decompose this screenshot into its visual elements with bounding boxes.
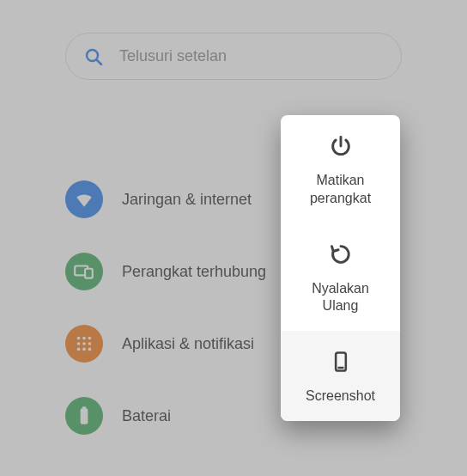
- power-menu-label: Matikan perangkat: [310, 172, 371, 208]
- power-menu: Matikan perangkat Nyalakan Ulang Screens…: [281, 115, 400, 421]
- screenshot-icon: [329, 350, 353, 374]
- power-menu-power-off[interactable]: Matikan perangkat: [281, 115, 400, 223]
- restart-icon: [329, 242, 353, 266]
- power-menu-label: Screenshot: [306, 388, 375, 406]
- power-menu-screenshot[interactable]: Screenshot: [281, 331, 400, 421]
- power-menu-label: Nyalakan Ulang: [312, 280, 369, 316]
- power-icon: [329, 134, 353, 158]
- power-menu-restart[interactable]: Nyalakan Ulang: [281, 223, 400, 332]
